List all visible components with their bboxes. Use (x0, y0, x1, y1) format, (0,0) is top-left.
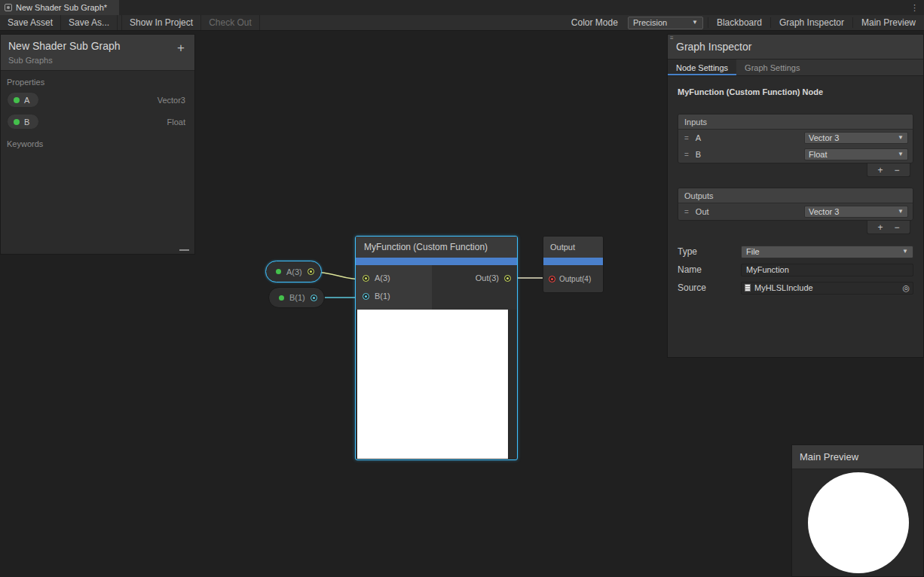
drag-handle-icon[interactable]: = (684, 208, 689, 216)
input-port-row-a: A(3) (356, 269, 432, 287)
blackboard-property-b-type: Float (167, 118, 185, 127)
object-picker-icon[interactable]: ◎ (902, 284, 910, 292)
blackboard-property-b[interactable]: B (7, 114, 39, 130)
type-dropdown[interactable]: File ▼ (741, 246, 913, 258)
document-tab[interactable]: New Shader Sub Graph* (0, 0, 119, 15)
input-type-a-value: Vector 3 (809, 133, 839, 142)
blackboard-property-row-b: B Float (1, 111, 194, 133)
source-field-row: Source MyHLSLInclude ◎ (678, 281, 913, 295)
myfunction-ports-area: A(3) B(1) Out(3) (356, 265, 517, 310)
remove-input-button[interactable]: − (895, 165, 900, 176)
node-settings-fields: Type File ▼ Name Source MyHLSLInclude ◎ (678, 245, 913, 295)
blackboard-property-b-name: B (24, 118, 29, 127)
blackboard-property-row-a: A Vector3 (1, 89, 194, 111)
script-file-icon (745, 284, 751, 292)
output-port-row-out: Out(3) (476, 269, 511, 287)
output-node[interactable]: Output Output(4) (543, 236, 604, 293)
output-ports-column: Out(3) (432, 265, 517, 310)
graph-inspector-title: Graph Inspector (676, 41, 751, 53)
property-node-b[interactable]: B(1) (268, 287, 325, 308)
blackboard-property-a[interactable]: A (7, 92, 39, 108)
property-a-output-port[interactable] (307, 268, 314, 275)
save-asset-button[interactable]: Save Asset (0, 15, 61, 30)
inputs-footer-buttons: + − (867, 163, 910, 177)
add-output-button[interactable]: + (877, 222, 883, 233)
inputs-list-footer: + − (678, 163, 910, 177)
node-preview-image (357, 310, 508, 459)
exposed-property-dot (279, 295, 284, 301)
inspector-body: MyFunction (Custom Function) Node Inputs… (668, 76, 923, 307)
main-preview-toggle-button[interactable]: Main Preview (852, 17, 924, 28)
chevron-down-icon: ▼ (898, 151, 904, 157)
blackboard-title: New Shader Sub Graph (8, 40, 187, 52)
input-port-b[interactable] (363, 293, 369, 300)
property-node-b-label: B(1) (289, 293, 305, 302)
drag-handle-icon[interactable]: ≡ (670, 35, 674, 41)
blackboard-resize-handle[interactable] (179, 249, 189, 251)
source-object-value: MyHLSLInclude (754, 283, 813, 292)
blackboard-header[interactable]: New Shader Sub Graph Sub Graphs + (1, 35, 194, 71)
window-menu-icon[interactable]: ⋮ (910, 2, 919, 14)
precision-dropdown[interactable]: Precision ▼ (628, 17, 703, 29)
output-node-header: Output (543, 237, 603, 258)
graph-inspector-header[interactable]: ≡ Graph Inspector (668, 35, 923, 60)
main-preview-header[interactable]: Main Preview (792, 445, 923, 469)
save-as-button[interactable]: Save As... (61, 15, 118, 30)
precision-bar (543, 258, 603, 265)
drag-handle-icon[interactable]: = (684, 151, 689, 159)
drag-handle-icon[interactable]: = (684, 134, 689, 142)
exposed-property-dot (14, 97, 20, 103)
outputs-list: Outputs = Out Vector 3 ▼ (678, 188, 913, 221)
exposed-property-dot (14, 119, 20, 125)
toolbar-right-group: Color Mode Precision ▼ Blackboard Graph … (566, 15, 924, 30)
remove-output-button[interactable]: − (895, 222, 900, 233)
inputs-row-b: = B Float ▼ (678, 146, 913, 163)
blackboard-toggle-button[interactable]: Blackboard (708, 17, 770, 28)
name-input[interactable] (741, 264, 913, 276)
chevron-down-icon: ▼ (898, 135, 904, 141)
blackboard-property-a-name: A (24, 96, 29, 105)
properties-section-label: Properties (1, 71, 194, 89)
output-name-out: Out (696, 207, 804, 216)
output-port-out[interactable] (504, 275, 511, 282)
add-property-button[interactable]: + (177, 41, 185, 54)
output-type-dropdown-out[interactable]: Vector 3 ▼ (804, 206, 908, 218)
input-port-a-label: A(3) (375, 273, 390, 282)
property-node-a[interactable]: A(3) (265, 261, 322, 282)
add-input-button[interactable]: + (877, 165, 883, 176)
shader-graph-window: New Shader Sub Graph* ⋮ Save Asset Save … (0, 0, 924, 577)
property-b-output-port[interactable] (311, 295, 317, 301)
exposed-property-dot (276, 269, 281, 274)
type-field-row: Type File ▼ (678, 245, 913, 258)
graph-inspector-toggle-button[interactable]: Graph Inspector (770, 17, 852, 28)
output-node-input-port[interactable] (549, 276, 555, 282)
main-preview-body (792, 469, 923, 577)
input-port-a[interactable] (363, 275, 369, 282)
show-in-project-button[interactable]: Show In Project (121, 15, 201, 30)
blackboard-panel: New Shader Sub Graph Sub Graphs + Proper… (0, 34, 195, 255)
tab-graph-settings[interactable]: Graph Settings (736, 60, 808, 75)
chevron-down-icon: ▼ (692, 20, 698, 26)
input-name-b: B (696, 150, 804, 159)
check-out-button[interactable]: Check Out (201, 15, 260, 30)
outputs-list-header: Outputs (678, 188, 913, 203)
input-port-row-b: B(1) (356, 287, 432, 305)
input-type-b-value: Float (809, 150, 827, 159)
outputs-list-footer: + − (678, 221, 910, 234)
input-type-dropdown-b[interactable]: Float ▼ (804, 148, 908, 160)
output-port-out-label: Out(3) (476, 273, 499, 282)
source-object-field[interactable]: MyHLSLInclude ◎ (741, 282, 913, 295)
color-mode-label: Color Mode (566, 17, 623, 28)
source-field-label: Source (678, 282, 741, 293)
inspector-tab-bar: Node Settings Graph Settings (668, 60, 923, 76)
myfunction-node[interactable]: MyFunction (Custom Function) A(3) B(1) O… (355, 236, 518, 460)
input-ports-column: A(3) B(1) (356, 265, 432, 310)
preview-sphere (808, 472, 909, 573)
chevron-down-icon: ▼ (902, 249, 908, 255)
tab-node-settings[interactable]: Node Settings (668, 60, 736, 75)
type-field-label: Type (678, 246, 741, 257)
output-node-port-label: Output(4) (559, 275, 591, 283)
outputs-footer-buttons: + − (867, 221, 910, 234)
selected-node-title: MyFunction (Custom Function) Node (678, 87, 913, 96)
input-type-dropdown-a[interactable]: Vector 3 ▼ (804, 132, 908, 144)
